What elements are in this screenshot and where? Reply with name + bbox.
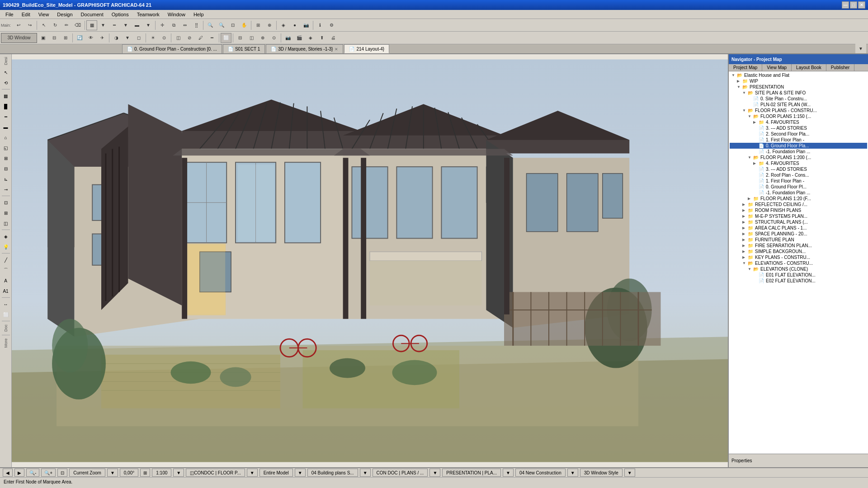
tree-item[interactable]: 📄0. Ground Floor Pl... (730, 184, 867, 190)
tab-close-2[interactable]: ✕ (335, 47, 338, 52)
mesh-ltb[interactable]: ⊞ (1, 153, 11, 163)
stories-drop[interactable]: ▼ (295, 469, 306, 477)
mirror-tool[interactable]: ⇔ (179, 20, 190, 30)
zoom-out-status[interactable]: 🔍- (26, 469, 39, 477)
maximize-btn[interactable]: □ (850, 1, 857, 9)
tree-item[interactable]: 📄1. First Floor Plan - (730, 137, 867, 143)
panel-tab-layout[interactable]: Layout Book (792, 64, 826, 71)
building-plans-segment[interactable]: 04 Building plans S... (307, 469, 358, 477)
menu-document[interactable]: Document (77, 11, 107, 18)
publish-btn[interactable]: ⬆ (316, 33, 327, 43)
scale-drop[interactable]: ▼ (173, 469, 184, 477)
snap-btn[interactable]: ⊕ (264, 20, 275, 30)
selection-tool[interactable]: ↖ (1, 67, 11, 77)
zoom-out-btn[interactable]: 🔍 (216, 20, 227, 30)
line-ltb[interactable]: ╱ (1, 255, 11, 265)
shade-btn[interactable]: ◑ (111, 33, 122, 43)
tree-item[interactable]: 📄3. --- ADD STORIES (730, 166, 867, 172)
fit-btn[interactable]: ⊡ (227, 20, 238, 30)
tree-item[interactable]: ▼📂ELEVATIONS - CONSTRU... (730, 260, 867, 266)
line-btn[interactable]: ━ (207, 33, 217, 43)
tab-layout-4[interactable]: 📄 214 Layout-4} (344, 44, 389, 53)
arc-ltb[interactable]: ⌒ (1, 265, 11, 275)
panel-tab-project[interactable]: Project Map (729, 64, 762, 71)
floor-plan-btn[interactable]: ▣ (38, 33, 48, 43)
info-btn[interactable]: ℹ (315, 20, 326, 30)
beam-ltb[interactable]: ━ (1, 112, 11, 122)
window-controls[interactable]: — □ ✕ (842, 1, 865, 9)
new-construction-drop[interactable]: ▼ (567, 469, 578, 477)
menu-file[interactable]: File (2, 11, 17, 18)
section-btn[interactable]: ⊟ (49, 33, 60, 43)
stories-segment[interactable]: Entire Model (259, 469, 293, 477)
photo-btn[interactable]: 📷 (283, 33, 293, 43)
3d-window-btn[interactable]: 3D Window (1, 33, 37, 43)
close-btn[interactable]: ✕ (858, 1, 865, 9)
arrow-tool[interactable]: ↖ (38, 20, 49, 30)
status-nav-back[interactable]: ◀ (3, 469, 13, 477)
tree-item[interactable]: ▶📁SPACE PLANNING - 20... (730, 231, 867, 237)
map-btn[interactable]: ◫ (246, 33, 257, 43)
tree-item[interactable]: ▶📁FLOOR PLANS 1:20 (F... (730, 196, 867, 202)
menu-teamwork[interactable]: Teamwork (133, 11, 163, 18)
pan-btn[interactable]: ✋ (239, 20, 250, 30)
label-ltb[interactable]: A1 (1, 286, 11, 296)
tree-item[interactable]: ▶📁SIMPLE BACKGROUN... (730, 249, 867, 254)
tree-item[interactable]: ▼📂SITE PLAN & SITE INFO (730, 90, 867, 96)
element-vis-btn[interactable]: ⊘ (184, 33, 195, 43)
scale-segment[interactable]: 1:100 (152, 469, 171, 477)
eraser-tool[interactable]: ⌫ (72, 20, 83, 30)
building-plans-drop[interactable]: ▼ (360, 469, 371, 477)
beam-tool[interactable]: ━ (109, 20, 120, 30)
elevation-btn[interactable]: ⊞ (60, 33, 71, 43)
tree-item[interactable]: ▼📂FLOOR PLANS - CONSTRU... (730, 108, 867, 113)
grid-btn[interactable]: ⊞ (253, 20, 264, 30)
status-nav-fwd[interactable]: ▶ (14, 469, 24, 477)
render-btn[interactable]: ● (289, 20, 300, 30)
camera-btn[interactable]: 📷 (301, 20, 311, 30)
lamp-ltb[interactable]: 💡 (1, 242, 11, 252)
properties-btn[interactable]: ⚙ (326, 20, 337, 30)
menu-window[interactable]: Window (164, 11, 189, 18)
tree-item[interactable]: ▶📁4. FAVOURITES (730, 119, 867, 125)
shadow-btn[interactable]: ⊙ (159, 33, 170, 43)
door-ltb[interactable]: ⊡ (1, 197, 11, 207)
pencil-tool[interactable]: ✏ (61, 20, 72, 30)
print-btn[interactable]: 🖨 (328, 33, 339, 43)
move-tool[interactable]: ✛ (157, 20, 168, 30)
tab-s01[interactable]: 📄 S01 SECT 1 (223, 44, 265, 53)
tree-item[interactable]: 📄1. First Floor Plan - (730, 178, 867, 184)
con-doc-drop[interactable]: ▼ (429, 469, 440, 477)
vr-btn[interactable]: ◈ (305, 33, 316, 43)
movie-btn[interactable]: 🎬 (294, 33, 305, 43)
rotate-left[interactable]: ⟲ (1, 78, 11, 88)
presentation-segment[interactable]: PRESENTATION | PLA... (442, 469, 501, 477)
curtainwall-ltb[interactable]: ⊟ (1, 164, 11, 174)
copy-tool[interactable]: ⧉ (168, 20, 179, 30)
layer-vis-btn[interactable]: ◫ (173, 33, 184, 43)
panel-tab-publisher[interactable]: Publisher (826, 64, 855, 71)
clock-btn[interactable]: ⊙ (269, 33, 279, 43)
tree-item[interactable]: ▼📂FLOOR PLANS 1:150 (... (730, 113, 867, 119)
tree-item[interactable]: 📄-1. Foundation Plan ... (730, 190, 867, 196)
zoom-in-btn[interactable]: 🔍 (205, 20, 216, 30)
fly-btn[interactable]: ✈ (97, 33, 108, 43)
filter-btn[interactable]: ⊟ (235, 33, 245, 43)
tree-item[interactable]: 📄3. --- ADD STORIES (730, 125, 867, 131)
tree-item[interactable]: 📄E02 FLAT ELEVATION... (730, 278, 867, 284)
column-ltb[interactable]: █ (1, 101, 11, 111)
layer-segment[interactable]: ◫ CONDOC | FLOOR P... (186, 469, 245, 477)
tree-item[interactable]: ▶📁AREA CALC PLANS - 1... (730, 225, 867, 231)
tree-item[interactable]: ▶📁WIP (730, 78, 867, 84)
window-ltb[interactable]: ⊞ (1, 208, 11, 218)
tree-item[interactable]: 📄2. Roof Plan - Cons... (730, 172, 867, 178)
tree-item[interactable]: ▼📂Elastic House and Flat (730, 72, 867, 78)
skylight-ltb[interactable]: ◫ (1, 218, 11, 228)
tree-item[interactable]: ▶📁STRUCTURAL PLANS (... (730, 219, 867, 225)
tree-item[interactable]: ▼📂ELEVATIONS (CLONE) (730, 266, 867, 272)
layer-drop[interactable]: ▼ (247, 469, 258, 477)
tab-nav-btn[interactable]: ▼ (855, 43, 866, 53)
redo-btn[interactable]: ↪ (24, 20, 35, 30)
slab-drop[interactable]: ▼ (143, 20, 154, 30)
tree-item[interactable]: 📄0. Ground Floor Pla... (730, 143, 867, 149)
